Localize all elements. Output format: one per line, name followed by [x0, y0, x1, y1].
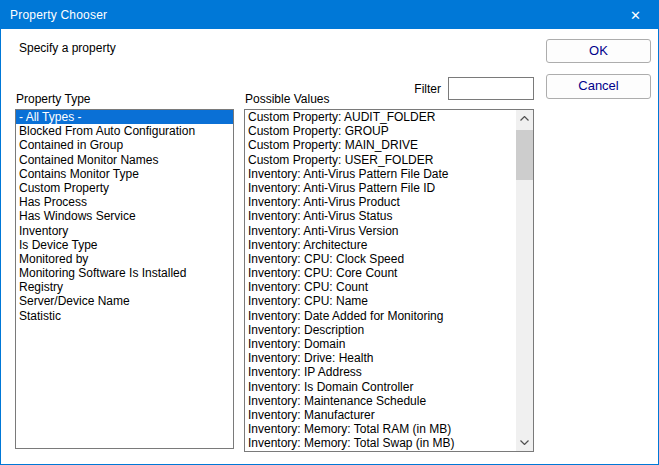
- list-item[interactable]: Inventory: Model: [245, 451, 516, 453]
- list-item[interactable]: Inventory: Anti-Virus Pattern File ID: [245, 181, 516, 195]
- filter-input[interactable]: [448, 77, 534, 100]
- list-item[interactable]: Inventory: Anti-Virus Version: [245, 224, 516, 238]
- list-item[interactable]: Inventory: CPU: Core Count: [245, 266, 516, 280]
- list-item[interactable]: Inventory: CPU: Count: [245, 280, 516, 294]
- list-item[interactable]: Has Process: [16, 195, 233, 209]
- list-item[interactable]: Inventory: Anti-Virus Product: [245, 195, 516, 209]
- list-item[interactable]: Inventory: Is Domain Controller: [245, 380, 516, 394]
- list-item[interactable]: Monitoring Software Is Installed: [16, 266, 233, 280]
- filter-label: Filter: [361, 82, 441, 96]
- list-item[interactable]: Inventory: CPU: Clock Speed: [245, 252, 516, 266]
- list-item[interactable]: Statistic: [16, 309, 233, 323]
- list-item[interactable]: Inventory: Manufacturer: [245, 408, 516, 422]
- list-item[interactable]: Inventory: IP Address: [245, 365, 516, 379]
- possible-values-list[interactable]: Custom Property: AUDIT_FOLDERCustom Prop…: [244, 109, 534, 452]
- list-item[interactable]: Blocked From Auto Configuration: [16, 124, 233, 138]
- list-item[interactable]: Server/Device Name: [16, 294, 233, 308]
- close-icon[interactable]: ✕: [613, 1, 658, 29]
- list-item[interactable]: Inventory: Memory: Total Swap (in MB): [245, 436, 516, 450]
- list-item[interactable]: Custom Property: [16, 181, 233, 195]
- window-title: Property Chooser: [1, 8, 107, 22]
- scrollbar-thumb[interactable]: [516, 130, 533, 180]
- list-item[interactable]: Inventory: Memory: Total RAM (in MB): [245, 422, 516, 436]
- list-item[interactable]: Custom Property: MAIN_DRIVE: [245, 138, 516, 152]
- scroll-up-icon[interactable]: [516, 110, 533, 127]
- list-item[interactable]: Registry: [16, 280, 233, 294]
- property-chooser-dialog: Property Chooser ✕ Specify a property OK…: [0, 0, 659, 465]
- list-item[interactable]: Custom Property: GROUP: [245, 124, 516, 138]
- list-item[interactable]: - All Types -: [16, 110, 233, 124]
- possible-values-label: Possible Values: [245, 92, 330, 106]
- list-item[interactable]: Inventory: Date Added for Monitoring: [245, 309, 516, 323]
- list-item[interactable]: Inventory: Anti-Virus Pattern File Date: [245, 167, 516, 181]
- list-item[interactable]: Inventory: [16, 224, 233, 238]
- list-item[interactable]: Contains Monitor Type: [16, 167, 233, 181]
- title-bar[interactable]: Property Chooser ✕: [1, 1, 658, 29]
- instruction-text: Specify a property: [19, 41, 116, 55]
- list-item[interactable]: Inventory: Architecture: [245, 238, 516, 252]
- list-item[interactable]: Monitored by: [16, 252, 233, 266]
- list-item[interactable]: Contained Monitor Names: [16, 153, 233, 167]
- list-item[interactable]: Inventory: Maintenance Schedule: [245, 394, 516, 408]
- list-item[interactable]: Inventory: Description: [245, 323, 516, 337]
- ok-button[interactable]: OK: [546, 39, 651, 63]
- list-item[interactable]: Custom Property: AUDIT_FOLDER: [245, 110, 516, 124]
- cancel-button[interactable]: Cancel: [546, 74, 651, 99]
- list-item[interactable]: Inventory: CPU: Name: [245, 294, 516, 308]
- list-item[interactable]: Inventory: Domain: [245, 337, 516, 351]
- list-item[interactable]: Inventory: Anti-Virus Status: [245, 209, 516, 223]
- property-type-list[interactable]: - All Types -Blocked From Auto Configura…: [15, 109, 234, 449]
- list-item[interactable]: Inventory: Drive: Health: [245, 351, 516, 365]
- property-type-label: Property Type: [16, 92, 90, 106]
- scrollbar[interactable]: [516, 110, 533, 451]
- list-item[interactable]: Contained in Group: [16, 138, 233, 152]
- list-item[interactable]: Custom Property: USER_FOLDER: [245, 153, 516, 167]
- list-item[interactable]: Is Device Type: [16, 238, 233, 252]
- list-item[interactable]: Has Windows Service: [16, 209, 233, 223]
- scroll-down-icon[interactable]: [516, 434, 533, 451]
